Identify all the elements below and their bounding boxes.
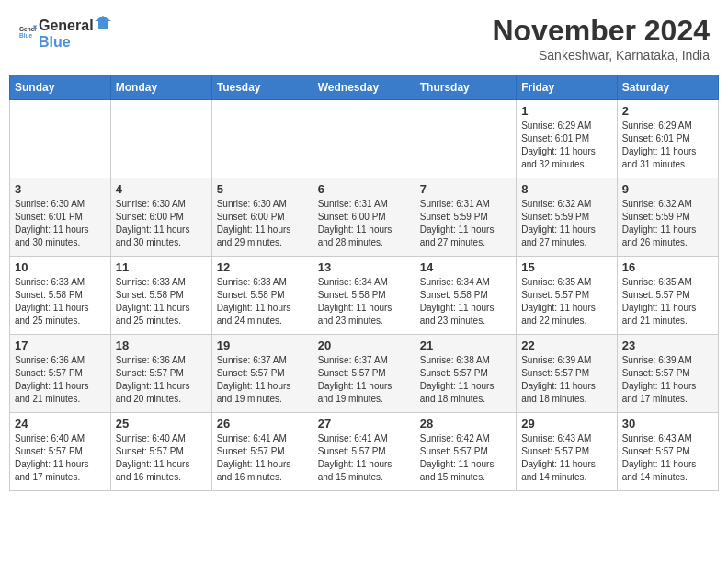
calendar-day-cell: 21Sunrise: 6:38 AM Sunset: 5:57 PM Dayli… [415, 335, 516, 413]
day-number: 5 [217, 182, 308, 196]
calendar-day-cell: 13Sunrise: 6:34 AM Sunset: 5:58 PM Dayli… [313, 257, 415, 335]
day-number: 30 [622, 417, 713, 431]
calendar-body: 1Sunrise: 6:29 AM Sunset: 6:01 PM Daylig… [10, 100, 719, 491]
calendar-day-cell [211, 100, 313, 178]
day-info: Sunrise: 6:33 AM Sunset: 5:58 PM Dayligh… [217, 276, 308, 327]
calendar-week-row: 17Sunrise: 6:36 AM Sunset: 5:57 PM Dayli… [10, 335, 719, 413]
day-of-week-header: Sunday [10, 75, 111, 100]
calendar-day-cell: 6Sunrise: 6:31 AM Sunset: 6:00 PM Daylig… [313, 178, 415, 257]
calendar-day-cell: 29Sunrise: 6:43 AM Sunset: 5:57 PM Dayli… [517, 413, 618, 491]
day-number: 24 [15, 417, 106, 431]
day-of-week-header: Wednesday [313, 75, 415, 100]
day-info: Sunrise: 6:31 AM Sunset: 6:00 PM Dayligh… [318, 198, 410, 249]
day-number: 27 [318, 417, 410, 431]
day-number: 8 [521, 182, 612, 196]
day-number: 4 [116, 182, 207, 196]
day-info: Sunrise: 6:41 AM Sunset: 5:57 PM Dayligh… [318, 432, 410, 484]
calendar-day-cell: 15Sunrise: 6:35 AM Sunset: 5:57 PM Dayli… [517, 257, 618, 335]
calendar-day-cell: 30Sunrise: 6:43 AM Sunset: 5:57 PM Dayli… [617, 413, 718, 491]
day-number: 2 [622, 104, 713, 118]
day-number: 11 [116, 260, 207, 274]
logo-general-text: General [39, 17, 94, 34]
day-number: 13 [318, 260, 410, 274]
calendar-day-cell: 27Sunrise: 6:41 AM Sunset: 5:57 PM Dayli… [313, 413, 415, 491]
day-info: Sunrise: 6:39 AM Sunset: 5:57 PM Dayligh… [521, 354, 612, 406]
day-number: 28 [420, 417, 511, 431]
calendar-day-cell: 14Sunrise: 6:34 AM Sunset: 5:58 PM Dayli… [415, 257, 516, 335]
day-info: Sunrise: 6:35 AM Sunset: 5:57 PM Dayligh… [521, 276, 612, 327]
day-info: Sunrise: 6:36 AM Sunset: 5:57 PM Dayligh… [15, 354, 106, 406]
calendar-day-cell [10, 100, 111, 178]
day-info: Sunrise: 6:33 AM Sunset: 5:58 PM Dayligh… [15, 276, 106, 327]
day-info: Sunrise: 6:37 AM Sunset: 5:57 PM Dayligh… [318, 354, 410, 406]
day-number: 19 [217, 339, 308, 352]
calendar-week-row: 3Sunrise: 6:30 AM Sunset: 6:01 PM Daylig… [10, 178, 719, 257]
calendar-week-row: 10Sunrise: 6:33 AM Sunset: 5:58 PM Dayli… [10, 257, 719, 335]
calendar-table: SundayMondayTuesdayWednesdayThursdayFrid… [9, 75, 719, 491]
calendar-week-row: 1Sunrise: 6:29 AM Sunset: 6:01 PM Daylig… [10, 100, 719, 178]
calendar-week-row: 24Sunrise: 6:40 AM Sunset: 5:57 PM Dayli… [10, 413, 719, 491]
calendar-day-cell [415, 100, 516, 178]
day-of-week-header: Tuesday [211, 75, 313, 100]
calendar-day-cell [110, 100, 211, 178]
day-number: 15 [521, 260, 612, 274]
calendar-day-cell: 1Sunrise: 6:29 AM Sunset: 6:01 PM Daylig… [517, 100, 618, 178]
calendar-day-cell: 3Sunrise: 6:30 AM Sunset: 6:01 PM Daylig… [10, 178, 111, 257]
day-number: 29 [521, 417, 612, 431]
calendar-day-cell: 28Sunrise: 6:42 AM Sunset: 5:57 PM Dayli… [415, 413, 516, 491]
day-info: Sunrise: 6:39 AM Sunset: 5:57 PM Dayligh… [622, 354, 713, 406]
day-info: Sunrise: 6:30 AM Sunset: 6:00 PM Dayligh… [217, 198, 308, 249]
day-info: Sunrise: 6:43 AM Sunset: 5:57 PM Dayligh… [521, 432, 612, 484]
calendar-day-cell: 19Sunrise: 6:37 AM Sunset: 5:57 PM Dayli… [211, 335, 313, 413]
calendar-day-cell: 26Sunrise: 6:41 AM Sunset: 5:57 PM Dayli… [211, 413, 313, 491]
calendar-day-cell: 16Sunrise: 6:35 AM Sunset: 5:57 PM Dayli… [617, 257, 718, 335]
day-number: 12 [217, 260, 308, 274]
svg-text:Blue: Blue [19, 32, 32, 39]
calendar-day-cell: 12Sunrise: 6:33 AM Sunset: 5:58 PM Dayli… [211, 257, 313, 335]
calendar-day-cell [313, 100, 415, 178]
day-number: 7 [420, 182, 511, 196]
day-info: Sunrise: 6:33 AM Sunset: 5:58 PM Dayligh… [116, 276, 207, 327]
day-number: 10 [15, 260, 106, 274]
location-subtitle: Sankeshwar, Karnataka, India [492, 48, 710, 63]
day-number: 25 [116, 417, 207, 431]
logo-icon: General Blue [18, 23, 37, 41]
calendar-day-cell: 5Sunrise: 6:30 AM Sunset: 6:00 PM Daylig… [211, 178, 313, 257]
day-number: 16 [622, 260, 713, 274]
day-info: Sunrise: 6:42 AM Sunset: 5:57 PM Dayligh… [420, 432, 511, 484]
calendar-day-cell: 10Sunrise: 6:33 AM Sunset: 5:58 PM Dayli… [10, 257, 111, 335]
day-info: Sunrise: 6:30 AM Sunset: 6:00 PM Dayligh… [116, 198, 207, 249]
day-info: Sunrise: 6:29 AM Sunset: 6:01 PM Dayligh… [622, 120, 713, 171]
day-number: 1 [521, 104, 612, 118]
day-info: Sunrise: 6:34 AM Sunset: 5:58 PM Dayligh… [420, 276, 511, 327]
calendar-day-cell: 4Sunrise: 6:30 AM Sunset: 6:00 PM Daylig… [110, 178, 211, 257]
day-number: 14 [420, 260, 511, 274]
calendar-day-cell: 24Sunrise: 6:40 AM Sunset: 5:57 PM Dayli… [10, 413, 111, 491]
page-header: General Blue General Blue November 2024 … [9, 9, 719, 67]
day-number: 21 [420, 339, 511, 352]
day-info: Sunrise: 6:32 AM Sunset: 5:59 PM Dayligh… [622, 198, 713, 249]
day-of-week-header: Friday [517, 75, 618, 100]
logo-bird-icon [95, 14, 111, 30]
month-title: November 2024 [492, 14, 710, 48]
day-info: Sunrise: 6:40 AM Sunset: 5:57 PM Dayligh… [116, 432, 207, 484]
svg-marker-4 [95, 16, 111, 29]
calendar-day-cell: 7Sunrise: 6:31 AM Sunset: 5:59 PM Daylig… [415, 178, 516, 257]
day-info: Sunrise: 6:38 AM Sunset: 5:57 PM Dayligh… [420, 354, 511, 406]
calendar-day-cell: 2Sunrise: 6:29 AM Sunset: 6:01 PM Daylig… [617, 100, 718, 178]
calendar-header: SundayMondayTuesdayWednesdayThursdayFrid… [10, 75, 719, 100]
day-number: 26 [217, 417, 308, 431]
day-info: Sunrise: 6:32 AM Sunset: 5:59 PM Dayligh… [521, 198, 612, 249]
calendar-day-cell: 9Sunrise: 6:32 AM Sunset: 5:59 PM Daylig… [617, 178, 718, 257]
day-info: Sunrise: 6:35 AM Sunset: 5:57 PM Dayligh… [622, 276, 713, 327]
day-info: Sunrise: 6:30 AM Sunset: 6:01 PM Dayligh… [15, 198, 106, 249]
day-info: Sunrise: 6:36 AM Sunset: 5:57 PM Dayligh… [116, 354, 207, 406]
calendar-day-cell: 8Sunrise: 6:32 AM Sunset: 5:59 PM Daylig… [517, 178, 618, 257]
day-number: 3 [15, 182, 106, 196]
day-of-week-header: Thursday [415, 75, 516, 100]
day-info: Sunrise: 6:40 AM Sunset: 5:57 PM Dayligh… [15, 432, 106, 484]
day-info: Sunrise: 6:41 AM Sunset: 5:57 PM Dayligh… [217, 432, 308, 484]
day-of-week-header: Saturday [617, 75, 718, 100]
logo: General Blue General Blue [18, 14, 112, 51]
calendar-day-cell: 25Sunrise: 6:40 AM Sunset: 5:57 PM Dayli… [110, 413, 211, 491]
